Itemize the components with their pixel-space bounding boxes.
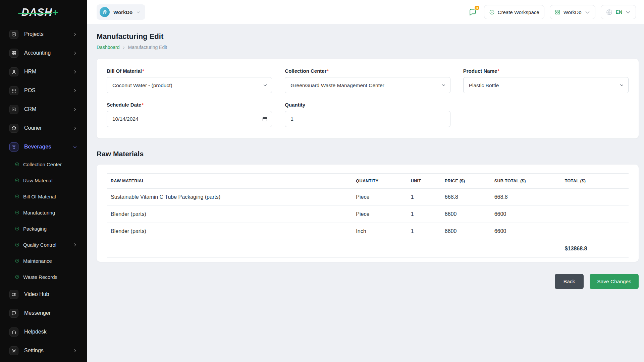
sidebar-item-hrm[interactable]: HRM bbox=[0, 62, 87, 81]
sidebar-item-helpdesk[interactable]: Helpdesk bbox=[0, 322, 87, 341]
table-header-row: RAW MATERIAL QUANTITY UNIT PRICE ($) SUB… bbox=[107, 174, 629, 189]
column-header-quantity: QUANTITY bbox=[352, 174, 407, 189]
sidebar-item-raw-material[interactable]: Raw Material bbox=[0, 172, 87, 188]
column-header-sub-total: SUB TOTAL ($) bbox=[490, 174, 561, 189]
beverages-submenu: Collection Center Raw Material Bill Of M… bbox=[0, 156, 87, 285]
field-label: Schedule Date bbox=[107, 102, 141, 108]
sidebar-item-label: Bill Of Material bbox=[23, 194, 77, 199]
sidebar-item-label: Raw Material bbox=[23, 178, 77, 183]
cell-sub-total: 668.8 bbox=[490, 189, 561, 206]
cell-material: Blender (parts) bbox=[107, 223, 352, 240]
sidebar-item-courier[interactable]: Courier bbox=[0, 119, 87, 137]
check-circle-icon bbox=[15, 162, 19, 167]
workspace-selector[interactable]: WorkDo bbox=[97, 4, 145, 20]
chevron-right-icon bbox=[73, 88, 77, 93]
column-header-price: PRICE ($) bbox=[441, 174, 490, 189]
cell-unit: 1 bbox=[407, 189, 441, 206]
field-label: Collection Center bbox=[285, 68, 326, 74]
breadcrumb-separator-icon: › bbox=[123, 44, 125, 50]
sidebar-item-label: Maintenance bbox=[23, 258, 77, 264]
pos-icon bbox=[11, 88, 16, 93]
sidebar-item-label: Accounting bbox=[24, 50, 67, 56]
table-row: Sustainable Vitamin C Tube Packaging (pa… bbox=[107, 189, 629, 206]
cell-price: 6600 bbox=[441, 206, 490, 223]
cell-total bbox=[561, 189, 629, 206]
raw-materials-table: RAW MATERIAL QUANTITY UNIT PRICE ($) SUB… bbox=[107, 173, 629, 258]
cell-sub-total: 6600 bbox=[490, 206, 561, 223]
chevron-right-icon bbox=[73, 126, 77, 130]
required-marker: * bbox=[327, 68, 329, 74]
raw-materials-heading: Raw Materials bbox=[97, 150, 639, 158]
topbar: WorkDo 0 Create Workspace WorkDo bbox=[87, 0, 644, 24]
sidebar-item-settings[interactable]: Settings bbox=[0, 341, 87, 360]
back-button[interactable]: Back bbox=[555, 274, 584, 289]
page-title: Manufacturing Edit bbox=[97, 32, 639, 41]
bill-of-material-select[interactable]: Coconut Water - (product) bbox=[107, 77, 272, 93]
sidebar-item-crm[interactable]: CRM bbox=[0, 100, 87, 119]
courier-icon bbox=[11, 126, 16, 131]
quantity-input[interactable] bbox=[285, 111, 450, 127]
field-quantity: Quantity bbox=[285, 102, 450, 127]
sidebar-item-collection-center[interactable]: Collection Center bbox=[0, 156, 87, 172]
collection-center-select[interactable]: GreenGuard Waste Management Center bbox=[285, 77, 450, 93]
sidebar-item-quality-control[interactable]: Quality Control bbox=[0, 237, 87, 253]
required-marker: * bbox=[497, 68, 499, 74]
hrm-icon bbox=[11, 69, 16, 74]
save-changes-button[interactable]: Save Changes bbox=[590, 274, 639, 289]
cell-quantity: Piece bbox=[352, 189, 407, 206]
field-bill-of-material: Bill Of Material* Coconut Water - (produ… bbox=[107, 68, 272, 93]
field-label: Bill Of Material bbox=[107, 68, 142, 74]
required-marker: * bbox=[142, 102, 144, 108]
sidebar-item-manufacturing[interactable]: Manufacturing bbox=[0, 204, 87, 221]
logo[interactable]: DASH+ bbox=[0, 0, 87, 25]
sidebar-item-bill-of-material[interactable]: Bill Of Material bbox=[0, 188, 87, 204]
sidebar-item-label: Beverages bbox=[24, 144, 67, 150]
create-workspace-button[interactable]: Create Workspace bbox=[484, 5, 544, 19]
chevron-down-icon bbox=[625, 9, 631, 15]
cell-price: 6600 bbox=[441, 223, 490, 240]
check-circle-icon bbox=[15, 275, 19, 279]
sidebar-item-maintenance[interactable]: Maintenance bbox=[0, 253, 87, 269]
sidebar-item-video-hub[interactable]: Video Hub bbox=[0, 285, 87, 304]
workspace-apps-button[interactable]: WorkDo bbox=[550, 5, 595, 19]
messages-button[interactable]: 0 bbox=[467, 6, 479, 18]
check-circle-icon bbox=[15, 194, 19, 199]
sidebar-item-accounting[interactable]: Accounting bbox=[0, 44, 87, 62]
chevron-right-icon bbox=[73, 243, 77, 247]
workspace-name: WorkDo bbox=[113, 9, 132, 15]
sidebar-item-packaging[interactable]: Packaging bbox=[0, 221, 87, 237]
messages-badge: 0 bbox=[474, 5, 480, 11]
breadcrumb-dashboard-link[interactable]: Dashboard bbox=[97, 45, 120, 50]
globe-icon bbox=[606, 9, 613, 16]
sidebar-item-label: Packaging bbox=[23, 226, 77, 232]
app-root: DASH+ Projects Accounting HRM POS bbox=[0, 0, 644, 362]
settings-icon bbox=[11, 348, 16, 353]
schedule-date-input[interactable] bbox=[107, 111, 272, 127]
column-header-raw-material: RAW MATERIAL bbox=[107, 174, 352, 189]
cell-price: 668.8 bbox=[441, 189, 490, 206]
product-name-select[interactable]: Plastic Bottle bbox=[463, 77, 629, 93]
sidebar-item-label: Quality Control bbox=[23, 242, 69, 248]
cell-total bbox=[561, 223, 629, 240]
manufacturing-form-card: Bill Of Material* Coconut Water - (produ… bbox=[97, 59, 639, 138]
logo-swoosh bbox=[18, 13, 52, 14]
required-marker: * bbox=[142, 68, 144, 74]
check-circle-icon bbox=[15, 178, 19, 183]
cell-material: Sustainable Vitamin C Tube Packaging (pa… bbox=[107, 189, 352, 206]
sidebar-item-beverages[interactable]: Beverages bbox=[0, 137, 87, 156]
check-circle-icon bbox=[15, 226, 19, 231]
sidebar-item-label: Settings bbox=[24, 348, 67, 354]
apps-grid-icon bbox=[555, 9, 560, 15]
sidebar-nav: Projects Accounting HRM POS CRM bbox=[0, 25, 87, 360]
logo-plus: + bbox=[52, 6, 59, 18]
language-selector[interactable]: EN bbox=[601, 5, 636, 19]
sidebar-item-projects[interactable]: Projects bbox=[0, 25, 87, 44]
sidebar-item-messenger[interactable]: Messenger bbox=[0, 304, 87, 322]
field-label: Product Name bbox=[463, 68, 497, 74]
chevron-right-icon bbox=[73, 349, 77, 353]
sidebar-item-label: Waste Records bbox=[23, 274, 77, 280]
field-collection-center: Collection Center* GreenGuard Waste Mana… bbox=[285, 68, 450, 93]
column-header-total: TOTAL ($) bbox=[561, 174, 629, 189]
sidebar-item-pos[interactable]: POS bbox=[0, 81, 87, 100]
sidebar-item-waste-records[interactable]: Waste Records bbox=[0, 269, 87, 285]
